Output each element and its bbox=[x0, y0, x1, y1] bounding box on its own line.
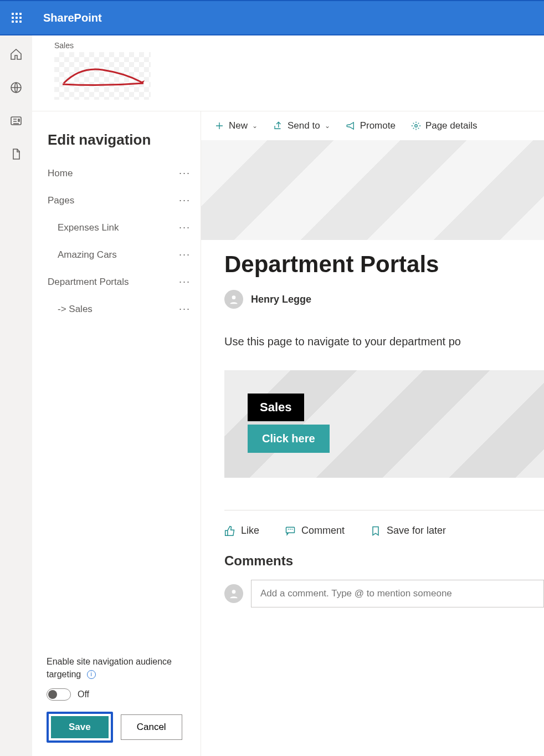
left-rail bbox=[0, 35, 32, 756]
nav-item-home[interactable]: Home ··· bbox=[32, 160, 201, 187]
svg-point-5 bbox=[232, 590, 236, 594]
cmd-label: Send to bbox=[288, 120, 320, 131]
app-launcher-icon[interactable] bbox=[6, 7, 28, 29]
promote-button[interactable]: Promote bbox=[346, 120, 396, 131]
page-header-box: Department Portals Henry Legge bbox=[224, 229, 544, 309]
like-button[interactable]: Like bbox=[224, 525, 259, 537]
nav-item-amazing-cars[interactable]: Amazing Cars ··· bbox=[32, 241, 201, 268]
panel-title: Edit navigation bbox=[32, 131, 201, 160]
comment-button[interactable]: Comment bbox=[285, 525, 345, 537]
social-label: Like bbox=[241, 525, 259, 537]
cmd-label: Promote bbox=[360, 120, 396, 131]
save-button[interactable]: Save bbox=[51, 716, 109, 738]
more-icon[interactable]: ··· bbox=[179, 222, 191, 233]
thumbs-up-icon bbox=[224, 525, 235, 537]
megaphone-icon bbox=[346, 121, 356, 131]
more-icon[interactable]: ··· bbox=[179, 195, 191, 206]
site-header: Sales bbox=[32, 35, 544, 111]
audience-targeting-label: Enable site navigation audience targetin… bbox=[47, 657, 172, 678]
nav-item-label: Expenses Link bbox=[58, 222, 119, 233]
more-icon[interactable]: ··· bbox=[179, 303, 191, 315]
edit-navigation-panel: Edit navigation Home ··· Pages ··· Expen… bbox=[32, 111, 201, 756]
more-icon[interactable]: ··· bbox=[179, 276, 191, 288]
nav-item-label: Department Portals bbox=[48, 277, 129, 288]
gear-icon bbox=[411, 121, 421, 131]
author-name[interactable]: Henry Legge bbox=[251, 294, 311, 305]
nav-item-label: -> Sales bbox=[58, 304, 93, 315]
toggle-knob bbox=[48, 690, 57, 699]
hero-banner bbox=[201, 140, 544, 240]
author-avatar[interactable] bbox=[224, 290, 243, 309]
social-bar: Like Comment Save for later bbox=[224, 525, 544, 537]
page-title: Department Portals bbox=[224, 251, 544, 278]
current-user-avatar bbox=[224, 584, 243, 603]
comment-input[interactable] bbox=[251, 580, 544, 607]
social-label: Comment bbox=[301, 525, 345, 537]
nav-item-label: Pages bbox=[48, 195, 74, 206]
more-icon[interactable]: ··· bbox=[179, 167, 191, 179]
page-description: Use this page to navigate to your depart… bbox=[224, 335, 544, 348]
quick-link-card: Sales Click here bbox=[224, 370, 544, 478]
site-logo[interactable] bbox=[54, 52, 151, 100]
app-name[interactable]: SharePoint bbox=[43, 12, 102, 24]
bookmark-icon bbox=[370, 525, 381, 537]
toggle-state-label: Off bbox=[78, 689, 89, 699]
send-to-button[interactable]: Send to ⌄ bbox=[273, 120, 330, 131]
more-icon[interactable]: ··· bbox=[179, 249, 191, 260]
person-icon bbox=[228, 294, 239, 305]
suite-header: SharePoint bbox=[0, 0, 544, 35]
nav-item-pages[interactable]: Pages ··· bbox=[32, 187, 201, 214]
home-icon[interactable] bbox=[8, 47, 24, 62]
car-logo-icon bbox=[58, 62, 147, 90]
comment-compose-row bbox=[224, 580, 544, 607]
nav-item-department-portals[interactable]: Department Portals ··· bbox=[32, 268, 201, 295]
svg-rect-4 bbox=[286, 527, 295, 533]
nav-footer: Enable site navigation audience targetin… bbox=[32, 656, 201, 756]
card-title: Sales bbox=[248, 394, 304, 421]
divider bbox=[224, 510, 544, 510]
chevron-down-icon: ⌄ bbox=[252, 122, 258, 130]
comments-heading: Comments bbox=[224, 553, 544, 569]
cancel-button[interactable]: Cancel bbox=[121, 714, 182, 740]
share-icon bbox=[273, 121, 283, 131]
social-label: Save for later bbox=[387, 525, 446, 537]
new-button[interactable]: New ⌄ bbox=[214, 120, 258, 131]
chevron-down-icon: ⌄ bbox=[325, 122, 330, 130]
click-here-button[interactable]: Click here bbox=[248, 425, 330, 453]
cmd-label: New bbox=[229, 120, 248, 131]
svg-point-3 bbox=[232, 295, 236, 299]
page-area: New ⌄ Send to ⌄ Promote Page detail bbox=[201, 111, 544, 756]
audience-targeting-toggle[interactable] bbox=[47, 688, 71, 701]
cmd-label: Page details bbox=[425, 120, 478, 131]
info-icon[interactable]: i bbox=[87, 670, 96, 679]
nav-item-label: Amazing Cars bbox=[58, 249, 117, 260]
save-for-later-button[interactable]: Save for later bbox=[370, 525, 446, 537]
command-bar: New ⌄ Send to ⌄ Promote Page detail bbox=[201, 111, 544, 140]
site-title[interactable]: Sales bbox=[54, 41, 522, 50]
nav-item-expenses-link[interactable]: Expenses Link ··· bbox=[32, 214, 201, 241]
waffle-icon bbox=[12, 13, 22, 23]
person-icon bbox=[228, 588, 239, 599]
comment-icon bbox=[285, 525, 296, 537]
save-button-highlight: Save bbox=[47, 712, 113, 743]
news-icon[interactable] bbox=[8, 113, 24, 129]
nav-item-sales[interactable]: -> Sales ··· bbox=[32, 295, 201, 323]
globe-icon[interactable] bbox=[8, 80, 24, 95]
plus-icon bbox=[214, 121, 224, 131]
file-icon[interactable] bbox=[8, 146, 24, 162]
page-details-button[interactable]: Page details bbox=[411, 120, 478, 131]
svg-point-2 bbox=[415, 125, 418, 127]
nav-item-label: Home bbox=[48, 168, 73, 179]
